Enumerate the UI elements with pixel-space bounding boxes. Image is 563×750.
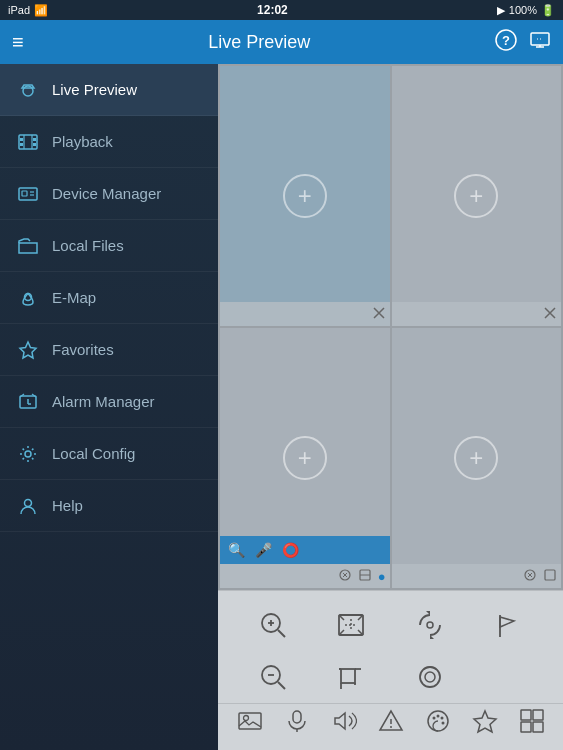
svg-point-61 xyxy=(440,717,443,720)
ptz-circle-button[interactable] xyxy=(391,651,469,703)
add-stream-icon-1[interactable]: + xyxy=(283,174,327,218)
sidebar-item-live-preview[interactable]: Live Preview xyxy=(0,64,218,116)
flag-button[interactable] xyxy=(469,599,547,651)
svg-rect-8 xyxy=(19,135,37,149)
fit-screen-icon xyxy=(333,607,369,643)
sidebar-item-emap[interactable]: E-Map xyxy=(0,272,218,324)
svg-rect-13 xyxy=(33,138,36,141)
svg-marker-63 xyxy=(474,711,496,732)
svg-rect-45 xyxy=(341,669,355,683)
microphone-button[interactable] xyxy=(276,704,318,744)
sidebar-item-alarm-manager[interactable]: Alarm Manager xyxy=(0,376,218,428)
empty-button xyxy=(469,651,547,703)
sidebar-item-playback[interactable]: Playback xyxy=(0,116,218,168)
crop-button[interactable] xyxy=(312,651,390,703)
cell-ctrl-icon-3c[interactable]: ● xyxy=(378,569,386,584)
ptz-rotate-button[interactable] xyxy=(391,599,469,651)
zoom-out-button[interactable] xyxy=(234,651,312,703)
sidebar-label-playback: Playback xyxy=(52,133,113,150)
battery-icon: 🔋 xyxy=(541,4,555,17)
header: ≡ Live Preview ? xyxy=(0,20,563,64)
sidebar-label-live-preview: Live Preview xyxy=(52,81,137,98)
sidebar-label-device-manager: Device Manager xyxy=(52,185,161,202)
svg-rect-14 xyxy=(33,143,36,146)
svg-point-26 xyxy=(25,451,31,457)
circle-btn[interactable]: ⭕ xyxy=(282,542,299,558)
gallery-icon xyxy=(237,708,263,740)
sidebar-label-local-files: Local Files xyxy=(52,237,124,254)
add-stream-icon-4[interactable]: + xyxy=(454,436,498,480)
sidebar-item-local-config[interactable]: Local Config xyxy=(0,428,218,480)
star-icon xyxy=(16,338,40,362)
svg-line-36 xyxy=(278,630,285,637)
sidebar-item-favorites[interactable]: Favorites xyxy=(0,324,218,376)
volume-button[interactable] xyxy=(323,704,365,744)
svg-point-50 xyxy=(420,667,440,687)
gallery-button[interactable] xyxy=(229,704,271,744)
grid-layout-button[interactable] xyxy=(511,704,553,744)
zoom-out-icon xyxy=(255,659,291,695)
grid-layout-icon xyxy=(519,708,545,740)
svg-marker-20 xyxy=(20,342,36,358)
alert-button[interactable] xyxy=(370,704,412,744)
gear-icon xyxy=(16,442,40,466)
status-left: iPad 📶 xyxy=(8,4,48,17)
ptz-rotate-icon xyxy=(412,607,448,643)
sidebar: Live Preview Playback xyxy=(0,64,218,750)
cell-ctrl-icon-4a[interactable] xyxy=(523,568,537,585)
svg-text:?: ? xyxy=(502,33,510,48)
cell-ctrl-icon-4b[interactable] xyxy=(543,568,557,585)
svg-rect-52 xyxy=(239,713,261,729)
sidebar-label-alarm-manager: Alarm Manager xyxy=(52,393,155,410)
toolbar xyxy=(218,590,563,750)
main-layout: Live Preview Playback xyxy=(0,64,563,750)
active-controls-bar: 🔍 🎤 ⭕ xyxy=(220,536,390,564)
svg-rect-64 xyxy=(521,710,531,720)
cell-ctrl-icon-3a[interactable] xyxy=(338,568,352,585)
status-bar: iPad 📶 12:02 ▶ 100% 🔋 xyxy=(0,0,563,20)
video-cell-3[interactable]: 🔍 🎤 ⭕ + ● xyxy=(220,328,390,588)
svg-point-27 xyxy=(25,499,32,506)
cell-controls-4 xyxy=(392,564,562,588)
folder-icon xyxy=(16,234,40,258)
signal-icon: ▶ xyxy=(497,4,505,17)
display-icon[interactable] xyxy=(529,29,551,56)
ptz-circle-icon xyxy=(412,659,448,695)
microphone-icon xyxy=(284,708,310,740)
cell-controls-3: ● xyxy=(220,564,390,588)
header-right: ? xyxy=(495,29,551,56)
favorites-bottom-button[interactable] xyxy=(464,704,506,744)
mic-btn[interactable]: 🎤 xyxy=(255,542,272,558)
video-cell-2[interactable]: + xyxy=(392,66,562,326)
cell-ctrl-icon-2a[interactable] xyxy=(543,306,557,323)
cell-ctrl-icon-1a[interactable] xyxy=(372,306,386,323)
sidebar-label-emap: E-Map xyxy=(52,289,96,306)
zoom-in-button[interactable] xyxy=(234,599,312,651)
sidebar-label-help: Help xyxy=(52,497,83,514)
menu-icon[interactable]: ≡ xyxy=(12,31,24,54)
header-title: Live Preview xyxy=(24,32,495,53)
cell-controls-1 xyxy=(220,302,390,326)
video-cell-4[interactable]: + xyxy=(392,328,562,588)
sidebar-label-local-config: Local Config xyxy=(52,445,135,462)
toolbar-bottom-bar xyxy=(218,703,563,744)
wifi-icon: 📶 xyxy=(34,4,48,17)
palette-button[interactable] xyxy=(417,704,459,744)
svg-rect-12 xyxy=(20,143,23,146)
sidebar-label-favorites: Favorites xyxy=(52,341,114,358)
cell-ctrl-icon-3b[interactable] xyxy=(358,568,372,585)
sidebar-item-device-manager[interactable]: Device Manager xyxy=(0,168,218,220)
help-icon[interactable]: ? xyxy=(495,29,517,56)
time-label: 12:02 xyxy=(257,3,288,17)
video-cell-1[interactable]: + xyxy=(220,66,390,326)
map-icon xyxy=(16,286,40,310)
content-area: + + xyxy=(218,64,563,750)
search-btn[interactable]: 🔍 xyxy=(228,542,245,558)
svg-line-44 xyxy=(278,682,285,689)
svg-rect-54 xyxy=(293,711,301,723)
add-stream-icon-3[interactable]: + xyxy=(283,436,327,480)
sidebar-item-help[interactable]: Help xyxy=(0,480,218,532)
add-stream-icon-2[interactable]: + xyxy=(454,174,498,218)
sidebar-item-local-files[interactable]: Local Files xyxy=(0,220,218,272)
fit-screen-button[interactable] xyxy=(312,599,390,651)
